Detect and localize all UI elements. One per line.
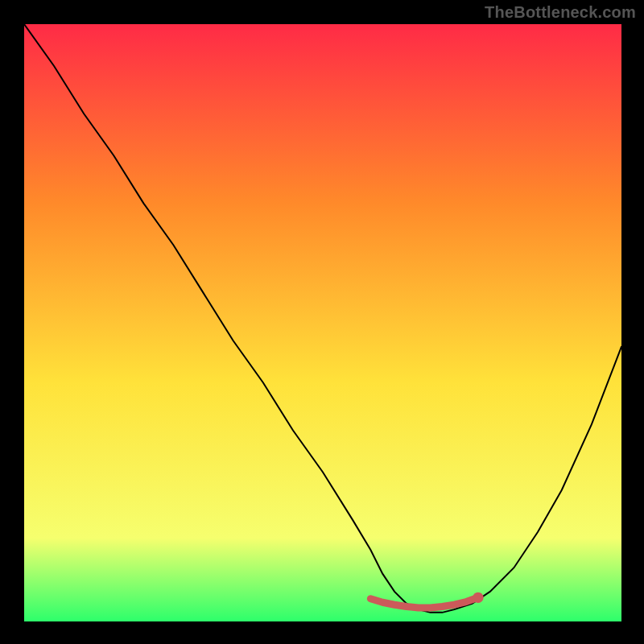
chart-svg <box>24 24 621 621</box>
plot-area <box>24 24 621 621</box>
chart-frame: TheBottleneck.com <box>0 0 644 644</box>
optimal-point-marker <box>473 592 483 603</box>
heat-background <box>24 24 621 621</box>
watermark-text: TheBottleneck.com <box>485 3 636 22</box>
